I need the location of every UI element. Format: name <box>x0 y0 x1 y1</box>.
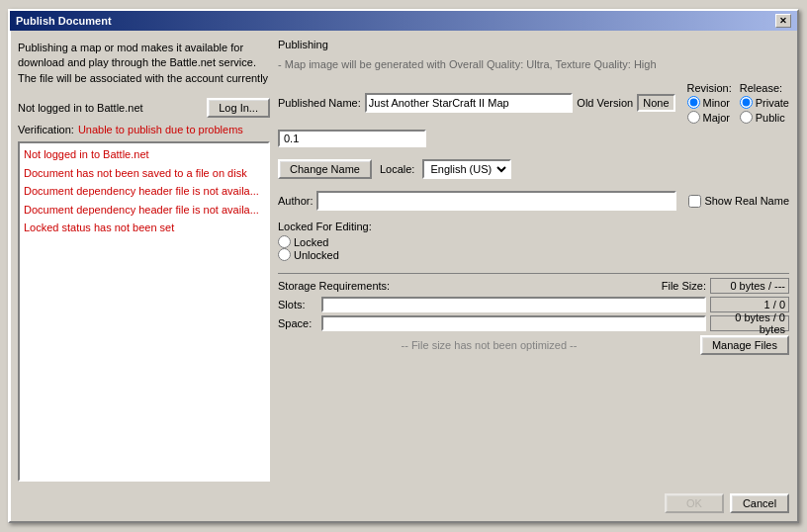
old-version-value: None <box>637 94 674 112</box>
ok-button[interactable]: OK <box>665 493 724 513</box>
file-size-label: File Size: <box>662 280 706 292</box>
locked-radio-row: Locked <box>278 235 789 248</box>
unlocked-radio-row: Unlocked <box>278 248 789 261</box>
optimize-text: -- File size has not been optimized -- <box>278 339 700 351</box>
verification-value: Unable to publish due to problems <box>78 124 243 135</box>
publishing-sub: - Map image will be generated with Overa… <box>278 58 789 70</box>
info-line-3: The file will be associated with the acc… <box>18 72 268 84</box>
dialog-body: Publishing a map or mod makes it availab… <box>10 31 797 489</box>
storage-label: Storage Requirements: <box>278 280 390 292</box>
manage-files-button[interactable]: Manage Files <box>700 335 789 355</box>
major-radio-row: Major <box>687 111 732 124</box>
major-label: Major <box>703 112 731 124</box>
release-label: Release: <box>740 82 789 94</box>
author-row: Author: Show Real Name <box>278 191 789 211</box>
optimize-row: -- File size has not been optimized -- M… <box>278 335 789 355</box>
space-value: 0 bytes / 0 bytes <box>710 315 789 331</box>
show-real-name-label: Show Real Name <box>704 195 789 207</box>
change-name-button[interactable]: Change Name <box>278 159 372 179</box>
locked-label: Locked <box>294 236 328 248</box>
space-progress <box>321 315 706 331</box>
login-button[interactable]: Log In... <box>207 98 270 118</box>
info-line-2: download and play through the Battle.net… <box>18 56 256 68</box>
file-size-value: 0 bytes / --- <box>710 278 789 294</box>
list-item: Not logged in to Battle.net <box>22 145 266 164</box>
private-label: Private <box>756 97 789 109</box>
list-item: Document dependency header file is not a… <box>22 201 266 220</box>
show-real-name-checkbox[interactable] <box>688 195 701 208</box>
old-version-label: Old Version <box>577 97 633 109</box>
list-item: Locked status has not been set <box>22 219 266 237</box>
space-label: Space: <box>278 317 317 329</box>
dialog-footer: OK Cancel <box>10 489 797 521</box>
publishing-header: Publishing <box>278 39 789 50</box>
dialog-title: Publish Document <box>16 15 112 27</box>
private-radio-row: Private <box>740 96 789 109</box>
version-row <box>278 130 789 147</box>
unlocked-radio[interactable] <box>278 248 291 261</box>
login-row: Not logged in to Battle.net Log In... <box>18 98 270 118</box>
space-row: Space: 0 bytes / 0 bytes <box>278 315 789 331</box>
minor-label: Minor <box>703 97 731 109</box>
right-panel: Publishing - Map image will be generated… <box>278 39 789 482</box>
public-radio[interactable] <box>740 111 753 124</box>
title-bar-buttons: ✕ <box>775 14 791 28</box>
private-radio[interactable] <box>740 96 753 109</box>
revision-label: Revision: <box>687 82 732 94</box>
public-label: Public <box>756 112 785 124</box>
slots-row: Slots: 1 / 0 <box>278 297 789 312</box>
error-list: Not logged in to Battle.netDocument has … <box>18 141 270 482</box>
locked-radio[interactable] <box>278 235 291 248</box>
info-line-1: Publishing a map or mod makes it availab… <box>18 42 243 53</box>
published-name-row: Published Name: Old Version None Revisio… <box>278 82 789 124</box>
close-button[interactable]: ✕ <box>775 14 791 28</box>
slots-progress <box>321 297 706 312</box>
release-group: Release: Private Public <box>740 82 789 124</box>
author-label: Author: <box>278 195 313 207</box>
list-item: Document has not been saved to a file on… <box>22 164 266 183</box>
info-text: Publishing a map or mod makes it availab… <box>18 39 270 88</box>
version-input[interactable] <box>278 130 426 147</box>
verification-label: Verification: <box>18 124 74 135</box>
title-bar: Publish Document ✕ <box>10 11 797 31</box>
storage-header: Storage Requirements: File Size: 0 bytes… <box>278 278 789 294</box>
left-panel: Publishing a map or mod makes it availab… <box>18 39 270 482</box>
locked-for-editing-label: Locked For Editing: <box>278 221 789 232</box>
slots-label: Slots: <box>278 299 317 310</box>
verification-row: Verification: Unable to publish due to p… <box>18 124 270 135</box>
locked-section: Locked For Editing: Locked Unlocked <box>278 221 789 261</box>
unlocked-label: Unlocked <box>294 249 339 261</box>
login-status: Not logged in to Battle.net <box>18 102 201 114</box>
cancel-button[interactable]: Cancel <box>730 493 789 513</box>
locale-select[interactable]: English (US) French German Spanish Itali… <box>422 159 511 179</box>
locale-label: Locale: <box>380 163 414 175</box>
slots-value: 1 / 0 <box>710 297 789 312</box>
author-input[interactable] <box>316 191 676 211</box>
major-radio[interactable] <box>687 111 700 124</box>
minor-radio[interactable] <box>687 96 700 109</box>
published-name-input[interactable] <box>365 93 574 113</box>
revision-group: Revision: Minor Major <box>687 82 732 124</box>
name-locale-row: Change Name Locale: English (US) French … <box>278 159 789 179</box>
publish-dialog: Publish Document ✕ Publishing a map or m… <box>8 9 799 523</box>
list-item: Document dependency header file is not a… <box>22 182 266 201</box>
file-size-container: File Size: 0 bytes / --- <box>662 278 789 294</box>
published-name-label: Published Name: <box>278 97 361 109</box>
minor-radio-row: Minor <box>687 96 732 109</box>
storage-section: Storage Requirements: File Size: 0 bytes… <box>278 273 789 355</box>
public-radio-row: Public <box>740 111 789 124</box>
revision-release: Revision: Minor Major Release: <box>679 82 790 124</box>
show-real-name-row: Show Real Name <box>688 195 789 208</box>
